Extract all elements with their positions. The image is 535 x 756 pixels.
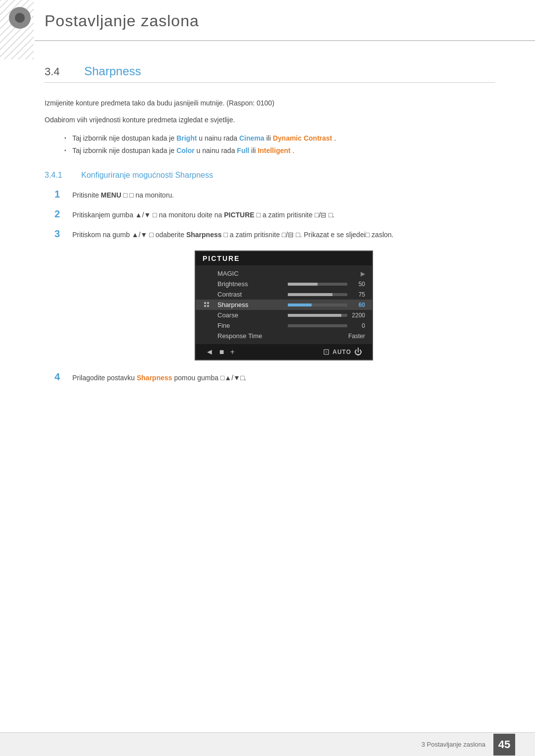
sharpness-track [288, 303, 347, 306]
step-2: 2 Pritiskanjem gumba ▲/▼ □ na monitoru d… [54, 209, 495, 221]
response-time-value: Faster [348, 333, 365, 340]
menu-icon-stop: ■ [219, 348, 224, 356]
footer-label: 3 Postavljanje zaslona [422, 741, 485, 748]
main-content: 3.4 Sharpness Izmijenite konture predmet… [35, 54, 515, 432]
circle-inner [15, 13, 25, 23]
step-3: 3 Pritiskom na gumb ▲/▼ □ odaberite Shar… [54, 229, 495, 241]
menu-icon-left: ◄ [206, 348, 214, 356]
magic-arrow: ▶ [361, 270, 365, 277]
brightness-bar: 50 [288, 281, 365, 288]
sharpness-label: Sharpness [217, 301, 288, 308]
menu-items-list: MAGIC ▶ Brightness 50 [196, 265, 372, 344]
menu-item-contrast: Contrast 75 [196, 289, 372, 300]
subsection-number: 3.4.1 [45, 171, 74, 180]
menu-icon-plus: + [230, 348, 235, 356]
fine-bar: 0 [288, 322, 365, 329]
menu-auto-label: AUTO [332, 349, 351, 355]
bullet2-prefix: Taj izbornik nije dostupan kada je [72, 147, 174, 154]
footer-page-number: 45 [493, 734, 515, 756]
step-1: 1 Pritisnite MENU □ □ na monitoru. [54, 190, 495, 202]
coarse-bar: 2200 [288, 312, 365, 319]
monitor-menu: PICTURE MAGIC ▶ Brightness [195, 251, 373, 360]
bullet2-intelligent: Intelligent [258, 147, 290, 154]
fine-track [288, 324, 347, 327]
menu-item-magic: MAGIC ▶ [196, 268, 372, 279]
bullet1-prefix: Taj izbornik nije dostupan kada je [72, 134, 174, 142]
menu-item-response-time: Response Time Faster [196, 331, 372, 341]
contrast-bar: 75 [288, 291, 365, 298]
coarse-fill [288, 314, 341, 317]
svg-rect-5 [207, 305, 209, 307]
contrast-value: 75 [350, 291, 365, 298]
menu-title: PICTURE [196, 252, 372, 265]
section-icon [9, 7, 31, 29]
coarse-label: Coarse [217, 311, 288, 319]
bullet1-suffix: . [334, 134, 336, 142]
page-title-area: Postavljanje zaslona [35, 4, 535, 41]
brightness-value: 50 [350, 281, 365, 288]
monitor-menu-container: PICTURE MAGIC ▶ Brightness [72, 251, 495, 360]
bullet2-suffix: . [292, 147, 294, 154]
bullet1-mid: u nainu rada [199, 134, 237, 142]
menu-bottom-bar: ◄ ■ + ⊡ AUTO ⏻ [196, 344, 372, 359]
menu-item-fine: Fine 0 [196, 320, 372, 331]
bullet1-sep: ili [266, 134, 270, 142]
bullet2-color: Color [176, 147, 195, 154]
contrast-fill [288, 293, 332, 296]
step-2-number: 2 [54, 208, 72, 220]
fine-value: 0 [350, 322, 365, 329]
section-number: 3.4 [45, 65, 74, 78]
step-1-text: Pritisnite MENU □ □ na monitoru. [72, 190, 495, 202]
brightness-fill [288, 283, 318, 286]
bullet-item-1: Taj izbornik nije dostupan kada je Brigh… [64, 132, 495, 145]
footer: 3 Postavljanje zaslona 45 [0, 732, 535, 756]
fine-label: Fine [217, 322, 288, 329]
body-text-2: Odabirom viih vrijednosti konture predme… [45, 114, 495, 126]
bullet-item-2: Taj izbornik nije dostupan kada je Color… [64, 145, 495, 157]
menu-icon-enter: ⊡ [323, 347, 329, 356]
step-3-text: Pritiskom na gumb ▲/▼ □ odaberite Sharpn… [72, 229, 495, 241]
contrast-track [288, 293, 347, 296]
step-2-text: Pritiskanjem gumba ▲/▼ □ na monitoru doi… [72, 209, 495, 221]
section-header: 3.4 Sharpness [45, 64, 495, 83]
contrast-label: Contrast [217, 291, 288, 298]
menu-item-coarse: Coarse 2200 [196, 310, 372, 320]
svg-rect-4 [204, 305, 206, 307]
step2-picture-bold: PICTURE [224, 211, 254, 219]
menu-item-brightness: Brightness 50 [196, 279, 372, 289]
bullet1-bright: Bright [176, 134, 197, 142]
coarse-value: 2200 [350, 312, 365, 319]
menu-item-sharpness: Sharpness 60 [196, 300, 372, 310]
step1-menu-bold: MENU [101, 191, 121, 199]
step-4-number: 4 [54, 371, 72, 383]
sharpness-value: 60 [350, 302, 365, 308]
step4-sharpness-highlight: Sharpness [137, 374, 172, 382]
menu-power-icon: ⏻ [354, 348, 362, 356]
body-text-1: Izmijenite konture predmeta tako da budu… [45, 98, 495, 109]
sharpness-fill [288, 303, 312, 306]
step-1-number: 1 [54, 189, 72, 200]
subsection-title: Konfiguriranje mogućnosti Sharpness [81, 171, 213, 180]
sharpness-bar: 60 [288, 302, 365, 308]
bullet2-sep: ili [251, 147, 256, 154]
step-4-text: Prilagodite postavku Sharpness pomou gum… [72, 372, 495, 384]
coarse-track [288, 314, 347, 317]
bullet2-full: Full [237, 147, 249, 154]
response-time-label: Response Time [217, 332, 348, 340]
brightness-track [288, 283, 347, 286]
step-3-number: 3 [54, 228, 72, 240]
bullet2-mid: u nainu rada [197, 147, 235, 154]
svg-rect-3 [207, 302, 209, 304]
magic-label: MAGIC [217, 270, 361, 277]
bullet1-cinema: Cinema [239, 134, 265, 142]
subsection-header: 3.4.1 Konfiguriranje mogućnosti Sharpnes… [45, 171, 495, 180]
svg-rect-2 [204, 302, 206, 304]
steps-container: 1 Pritisnite MENU □ □ na monitoru. 2 Pri… [54, 190, 495, 384]
sharpness-icon [203, 302, 214, 308]
bullet1-dynamic: Dynamic Contrast [273, 134, 332, 142]
bullet-list: Taj izbornik nije dostupan kada je Brigh… [64, 132, 495, 157]
step1-icon: □ [123, 191, 127, 199]
step-4: 4 Prilagodite postavku Sharpness pomou g… [54, 372, 495, 384]
brightness-label: Brightness [217, 280, 288, 288]
section-title: Sharpness [84, 64, 141, 78]
